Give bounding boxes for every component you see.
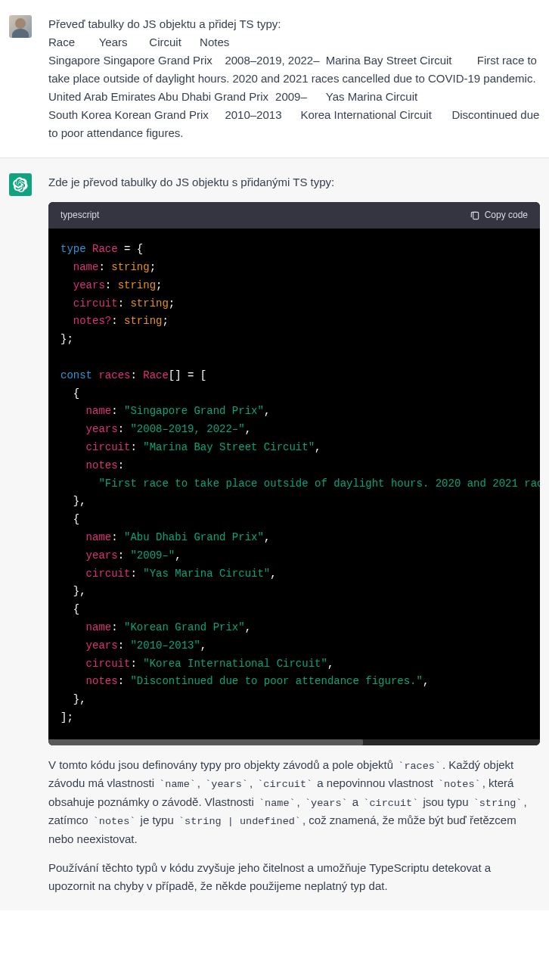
inline-code: `years` (203, 779, 250, 790)
inline-code: `notes` (436, 779, 482, 790)
inline-code: `races` (396, 761, 442, 772)
user-message: Převeď tabulky do JS objektu a přidej TS… (0, 0, 549, 157)
copy-code-label: Copy code (485, 208, 528, 222)
user-prompt-text: Převeď tabulky do JS objektu a přidej TS… (48, 15, 540, 142)
assistant-avatar (9, 173, 32, 196)
code-block: typescript Copy code type Race = { name:… (48, 202, 540, 745)
svg-rect-0 (473, 212, 478, 219)
code-scrollbar-thumb[interactable] (48, 739, 363, 745)
inline-code: `notes` (92, 816, 138, 827)
inline-code: `string` (472, 798, 524, 809)
code-header: typescript Copy code (48, 202, 540, 229)
inline-code: `circuit` (361, 798, 420, 809)
user-content: Převeď tabulky do JS objektu a přidej TS… (48, 15, 540, 142)
assistant-message: Zde je převod tabulky do JS objektu s př… (0, 157, 549, 910)
user-avatar (9, 15, 32, 38)
assistant-intro: Zde je převod tabulky do JS objektu s př… (48, 173, 540, 191)
assistant-explanation-2: Používání těchto typů v kódu zvyšuje jeh… (48, 859, 540, 895)
inline-code: `name` (157, 779, 197, 790)
assistant-content: Zde je převod tabulky do JS objektu s př… (48, 173, 540, 895)
code-language-label: typescript (60, 208, 99, 222)
inline-code: `name` (257, 798, 297, 809)
inline-code: `string | undefined` (177, 816, 302, 827)
openai-logo-icon (13, 177, 28, 192)
copy-code-button[interactable]: Copy code (470, 208, 528, 222)
code-body[interactable]: type Race = { name: string; years: strin… (48, 229, 540, 739)
inline-code: `circuit` (256, 779, 314, 790)
clipboard-icon (470, 210, 480, 221)
code-horizontal-scrollbar[interactable] (48, 739, 540, 745)
assistant-explanation-1: V tomto kódu jsou definovány typy pro ob… (48, 756, 540, 848)
inline-code: `years` (303, 798, 349, 809)
